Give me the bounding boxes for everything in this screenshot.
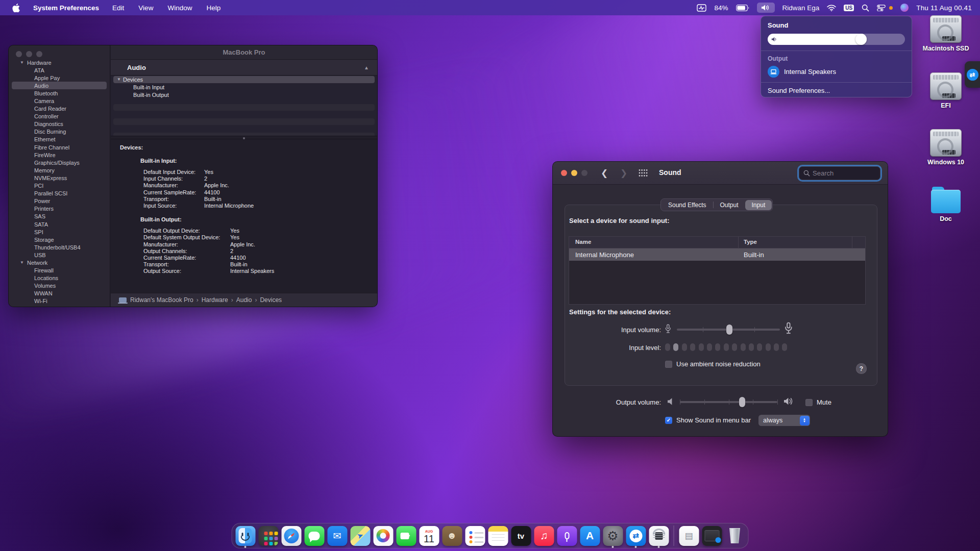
sidebar-item-software[interactable]: ▼Software xyxy=(9,305,110,307)
input-volume-slider[interactable] xyxy=(677,324,780,335)
sidebar-item-wwan[interactable]: WWAN xyxy=(9,290,110,297)
sidebar-item-wi-fi[interactable]: Wi-Fi xyxy=(9,297,110,305)
popover-volume-knob[interactable] xyxy=(855,34,867,45)
tree-row-built-in-output[interactable]: Built-in Output xyxy=(111,91,377,98)
siri-icon[interactable] xyxy=(900,4,909,12)
volume-menu-icon[interactable] xyxy=(757,3,775,13)
sidebar-item-thunderbolt-usb4[interactable]: Thunderbolt/USB4 xyxy=(9,243,110,251)
sidebar-item-sata[interactable]: SATA xyxy=(9,220,110,228)
menu-item-help[interactable]: Help xyxy=(206,4,220,12)
breadcrumb-item[interactable]: Devices xyxy=(260,296,282,304)
menu-bar-option-dropdown[interactable]: always ▲▼ xyxy=(758,415,810,426)
sidebar-item-firewire[interactable]: FireWire xyxy=(9,151,110,159)
teamviewer-edge-tab[interactable]: ⇄ xyxy=(965,61,980,88)
sidebar-item-controller[interactable]: Controller xyxy=(9,113,110,120)
menu-bar-clock[interactable]: Thu 11 Aug 00.41 xyxy=(916,4,972,12)
battery-icon[interactable] xyxy=(736,5,749,11)
dock-item-messages[interactable] xyxy=(304,524,325,547)
dock-item-windowthumb[interactable] xyxy=(702,524,722,547)
sidebar-item-storage[interactable]: Storage xyxy=(9,236,110,243)
sidebar-item-hardware[interactable]: ▼Hardware xyxy=(9,59,110,66)
dock-item-reminders[interactable] xyxy=(465,524,485,547)
wifi-icon[interactable] xyxy=(827,5,836,11)
minimize-button[interactable] xyxy=(26,51,32,57)
close-button[interactable] xyxy=(16,51,22,57)
dock-item-podcasts[interactable] xyxy=(557,524,577,547)
chevron-up-icon[interactable]: ▲ xyxy=(364,65,369,70)
sidebar-item-printers[interactable]: Printers xyxy=(9,205,110,213)
control-center-icon[interactable] xyxy=(877,5,886,11)
dock-item-sysinfo2[interactable] xyxy=(649,524,669,547)
sidebar-item-network[interactable]: ▼Network xyxy=(9,259,110,266)
tab-output[interactable]: Output xyxy=(714,200,745,210)
help-button[interactable]: ? xyxy=(856,363,867,374)
dock-item-calendar[interactable]: AUG11 xyxy=(419,524,439,547)
forward-button[interactable]: ❯ xyxy=(620,168,627,179)
breadcrumb-item[interactable]: Ridwan's MacBook Pro xyxy=(130,296,193,304)
dock-item-notes[interactable] xyxy=(488,524,508,547)
back-button[interactable]: ❮ xyxy=(601,168,608,179)
sidebar-item-disc-burning[interactable]: Disc Burning xyxy=(9,128,110,136)
sidebar-item-bluetooth[interactable]: Bluetooth xyxy=(9,89,110,97)
sidebar-item-ethernet[interactable]: Ethernet xyxy=(9,136,110,143)
dock-item-diskimage[interactable]: ▤ xyxy=(679,524,699,547)
sidebar-item-spi[interactable]: SPI xyxy=(9,228,110,236)
tree-row-devices[interactable]: ▼Devices xyxy=(111,76,377,83)
dock-item-mail[interactable]: ✉ xyxy=(327,524,348,547)
tab-input[interactable]: Input xyxy=(745,200,772,210)
sysinfo-section-header[interactable]: Audio ▲ xyxy=(111,60,377,76)
sidebar-item-pci[interactable]: PCI xyxy=(9,182,110,190)
desktop-icon-macintosh-ssd[interactable]: Macintosh SSD xyxy=(918,15,974,52)
dock-item-sysprefs[interactable]: ⚙ xyxy=(603,524,623,547)
mute-checkbox[interactable] xyxy=(805,399,813,406)
sound-preferences-link[interactable]: Sound Preferences... xyxy=(768,87,905,94)
close-button[interactable] xyxy=(561,170,567,176)
dock-item-trash[interactable] xyxy=(725,524,745,547)
dock-item-music[interactable]: ♫ xyxy=(534,524,554,547)
sidebar-item-firewall[interactable]: Firewall xyxy=(9,267,110,274)
output-volume-knob[interactable] xyxy=(739,397,745,407)
dock-item-maps[interactable]: ➤ xyxy=(350,524,371,547)
user-name[interactable]: Ridwan Ega xyxy=(782,4,820,12)
sidebar-item-card-reader[interactable]: Card Reader xyxy=(9,105,110,113)
keyboard-layout-badge[interactable]: US xyxy=(844,5,854,11)
dock-item-safari[interactable] xyxy=(281,524,302,547)
sidebar-item-apple-pay[interactable]: Apple Pay xyxy=(9,74,110,82)
popover-volume-slider[interactable] xyxy=(768,34,905,45)
menu-item-view[interactable]: View xyxy=(138,4,153,12)
tree-row-built-in-input[interactable]: Built-in Input xyxy=(111,83,377,91)
tab-sound-effects[interactable]: Sound Effects xyxy=(662,200,713,210)
search-field[interactable]: Search xyxy=(799,166,880,180)
dock-item-contacts[interactable]: ☻ xyxy=(442,524,462,547)
sidebar-item-diagnostics[interactable]: Diagnostics xyxy=(9,120,110,128)
sidebar-item-memory[interactable]: Memory xyxy=(9,166,110,174)
breadcrumb-item[interactable]: Audio xyxy=(236,296,252,304)
spotlight-search-icon[interactable] xyxy=(862,4,869,12)
desktop-icon-doc[interactable]: Doc xyxy=(918,187,974,222)
performance-monitor-icon[interactable] xyxy=(697,4,706,12)
sidebar-item-ata[interactable]: ATA xyxy=(9,66,110,74)
popover-output-device[interactable]: Internal Speakers xyxy=(768,66,905,78)
zoom-button[interactable] xyxy=(581,170,587,176)
app-menu-title[interactable]: System Preferences xyxy=(33,4,99,12)
breadcrumb-item[interactable]: Hardware xyxy=(202,296,228,304)
ambient-noise-checkbox[interactable] xyxy=(665,361,672,368)
table-header[interactable]: Name Type xyxy=(569,237,865,248)
sidebar-item-locations[interactable]: Locations xyxy=(9,274,110,282)
dock-item-appstore[interactable]: A xyxy=(580,524,600,547)
sidebar-item-fibre-channel[interactable]: Fibre Channel xyxy=(9,143,110,151)
sidebar-item-volumes[interactable]: Volumes xyxy=(9,282,110,290)
dock-item-finder[interactable] xyxy=(235,524,256,547)
input-volume-knob[interactable] xyxy=(726,324,732,335)
sidebar-item-graphics-displays[interactable]: Graphics/Displays xyxy=(9,159,110,166)
dock-item-launchpad[interactable] xyxy=(258,524,279,547)
minimize-button[interactable] xyxy=(571,170,577,176)
apple-menu-icon[interactable] xyxy=(12,4,20,12)
sidebar-item-usb[interactable]: USB xyxy=(9,251,110,259)
output-volume-slider[interactable] xyxy=(680,397,777,407)
menu-item-window[interactable]: Window xyxy=(167,4,192,12)
sidebar-item-nvmexpress[interactable]: NVMExpress xyxy=(9,174,110,182)
dock-item-photos[interactable] xyxy=(373,524,394,547)
sidebar-item-power[interactable]: Power xyxy=(9,197,110,205)
desktop-icon-windows-10[interactable]: Windows 10 xyxy=(918,129,974,166)
